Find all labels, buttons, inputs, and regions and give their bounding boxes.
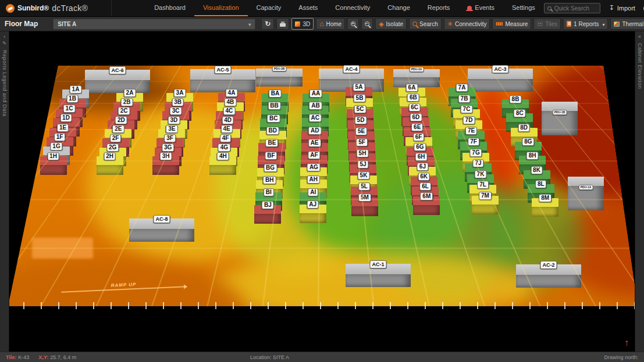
cabinet-label: 5B xyxy=(354,94,366,102)
equipment-ac-5[interactable]: AC-5 xyxy=(190,69,255,92)
cabinet-label: AG xyxy=(307,163,321,171)
cabinet-label: 7D xyxy=(463,116,475,124)
cabinet-7m[interactable]: 7M xyxy=(472,196,499,214)
equipment-pdu-1a[interactable]: PDU-1A xyxy=(568,177,604,210)
cabinet-label: 2C xyxy=(118,107,130,115)
cabinet-label: BE xyxy=(265,139,278,147)
cabinet-label: 6M xyxy=(420,192,433,200)
cabinet-label: 1D xyxy=(60,114,72,122)
quick-search[interactable] xyxy=(544,3,600,13)
cabinet-label: 6A xyxy=(406,84,418,92)
left-panel-title[interactable]: Reports Legend and Data xyxy=(2,50,8,117)
print-button[interactable] xyxy=(276,18,289,30)
isolate-button[interactable]: Isolate xyxy=(375,18,407,30)
scene-layer: AC-6AC-5PDU-2BAC-4PDU-2AAC-3PDU-1BPDU-1A… xyxy=(0,31,644,352)
cabinet-label: BB xyxy=(268,102,280,110)
cabinet-label: 5E xyxy=(355,127,367,135)
nav-item-assets[interactable]: Assets xyxy=(290,0,326,16)
nav-item-reports[interactable]: Reports xyxy=(419,0,459,16)
cabinet-aj[interactable]: AJ xyxy=(300,205,326,223)
zoom-out-button[interactable]: − xyxy=(361,18,373,30)
import-label: Import xyxy=(617,5,635,12)
cabinet-label: 4D xyxy=(222,116,234,124)
import-button[interactable]: Import xyxy=(609,5,635,12)
cabinet-1h[interactable]: 1H xyxy=(40,156,67,175)
cabinet-label: 5C xyxy=(354,105,367,113)
cabinet-2h[interactable]: 2H xyxy=(97,156,123,175)
cabinet-label: 2F xyxy=(110,134,122,142)
right-panel-collapsed: Cabinet Elevation xyxy=(635,31,644,352)
cabinet-label: 8D xyxy=(518,124,530,132)
view-3d-button[interactable]: 3D xyxy=(291,18,314,30)
equipment-ac-1[interactable]: AC-1 xyxy=(346,264,411,287)
cabinet-label: 1H xyxy=(47,152,59,160)
connectivity-icon xyxy=(447,21,453,27)
equipment-ac-2[interactable]: AC-2 xyxy=(516,264,581,288)
floor-map-canvas[interactable]: RAMP UP AC-6AC-5PDU-2BAC-4PDU-2AAC-3PDU-… xyxy=(0,31,644,352)
home-button[interactable]: Home xyxy=(316,18,345,30)
cabinet-label: 2E xyxy=(112,125,124,133)
nav-item-settings[interactable]: Settings xyxy=(503,0,544,16)
cabinet-front-face xyxy=(300,213,326,223)
cabinet-3h[interactable]: 3H xyxy=(152,156,179,175)
cabinet-front-face xyxy=(532,207,558,217)
expand-left-panel-icon[interactable] xyxy=(3,34,5,40)
equipment-pdu-1b[interactable]: PDU-1B xyxy=(542,102,578,135)
cabinet-5m[interactable]: 5M xyxy=(351,198,378,216)
search-button[interactable]: Search xyxy=(409,18,442,30)
measure-button[interactable]: Measure xyxy=(492,18,531,30)
cabinet-bj[interactable]: BJ xyxy=(254,205,281,224)
magnifier-sign: − xyxy=(365,20,368,27)
cabinet-front-face xyxy=(472,205,499,214)
cabinet-label: AJ xyxy=(307,200,319,209)
tile-readout: Tile:K-43 xyxy=(6,354,29,360)
cabinet-label: 8B xyxy=(510,95,522,103)
cabinet-6m[interactable]: 6M xyxy=(413,196,440,215)
cabinet-label: BH xyxy=(263,176,276,184)
edit-icon[interactable] xyxy=(2,41,6,46)
nav-item-capacity[interactable]: Capacity xyxy=(248,0,290,16)
cabinet-label: 7M xyxy=(479,192,492,200)
thermal-icon xyxy=(614,21,620,27)
nav-item-events[interactable]: Events xyxy=(458,0,503,16)
nav-item-dashboard[interactable]: Dashboard xyxy=(145,0,194,16)
cabinet-8m[interactable]: 8M xyxy=(532,198,558,217)
xy-readout: X,Y:25.7, 6.4 m xyxy=(38,354,76,360)
equipment-ac-6[interactable]: AC-6 xyxy=(85,70,150,93)
bell-icon xyxy=(467,6,472,10)
site-select[interactable]: SITE A xyxy=(53,19,255,30)
connectivity-button[interactable]: Connectivity xyxy=(444,18,490,30)
button-label: Isolate xyxy=(386,21,403,27)
equipment-label: AC-5 xyxy=(214,66,231,74)
left-panel-collapsed: Reports Legend and Data xyxy=(0,31,9,352)
nav-item-label: Capacity xyxy=(257,4,282,11)
cabinet-label: 1B xyxy=(66,95,79,103)
nav-item-visualization[interactable]: Visualization xyxy=(194,0,248,16)
equipment-ac-8[interactable]: AC-8 xyxy=(129,218,194,242)
quick-search-input[interactable] xyxy=(554,5,597,12)
brand-secondary: dcTrack® xyxy=(52,3,88,13)
right-panel-title[interactable]: Cabinet Elevation xyxy=(637,43,643,89)
refresh-button[interactable] xyxy=(261,18,274,30)
zoom-in-button[interactable]: + xyxy=(347,18,359,30)
cabinet-label: 5H xyxy=(357,149,369,157)
cabinet-front-face xyxy=(97,165,123,175)
nav-item-connectivity[interactable]: Connectivity xyxy=(326,0,379,16)
nav-item-label: Assets xyxy=(298,4,318,11)
equipment-label: AC-2 xyxy=(540,261,557,269)
cabinet-4h[interactable]: 4H xyxy=(209,156,236,175)
nav-item-change[interactable]: Change xyxy=(379,0,419,16)
reports-button[interactable]: 1 Reports xyxy=(563,18,608,30)
cabinet-label: BA xyxy=(269,89,282,98)
equipment-ac-3[interactable]: AC-3 xyxy=(468,69,533,92)
thermal-maps-button[interactable]: Thermal Maps xyxy=(610,18,644,30)
expand-right-panel-icon[interactable] xyxy=(638,34,641,40)
cabinet-label: AC xyxy=(309,114,322,122)
equipment-label: AC-8 xyxy=(153,215,170,223)
cabinet-label: 5A xyxy=(353,83,365,91)
search-icon xyxy=(412,21,417,26)
status-bar: Tile:K-43 X,Y:25.7, 6.4 m Location: SITE… xyxy=(0,352,644,362)
location-label: Location: xyxy=(250,354,272,360)
cabinet-label: 6L xyxy=(419,182,431,191)
equipment-pdu-2b[interactable]: PDU-2B xyxy=(256,69,303,87)
